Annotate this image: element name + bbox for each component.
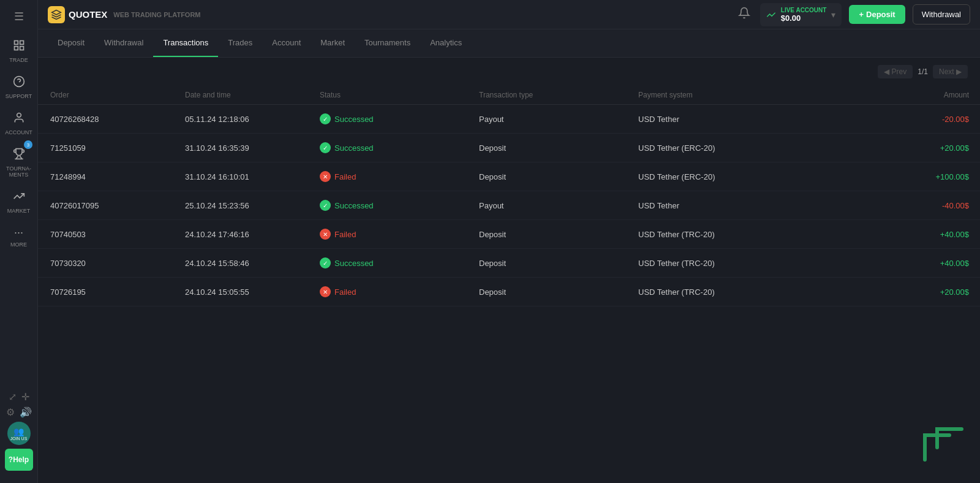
status-badge: ✕ Failed <box>320 286 356 297</box>
deposit-button[interactable]: + Deposit <box>849 5 905 24</box>
support-icon <box>13 75 25 91</box>
cell-amount: +20.00$ <box>871 143 969 153</box>
logo-icon <box>48 6 65 23</box>
status-icon: ✓ <box>320 200 331 211</box>
account-type: LIVE ACCOUNT <box>781 7 827 13</box>
add-icon[interactable]: ✛ <box>21 391 29 403</box>
status-icon: ✕ <box>320 171 331 182</box>
help-label: Help <box>13 455 29 464</box>
next-button[interactable]: Next ▶ <box>933 65 968 78</box>
status-icon: ✓ <box>320 113 331 124</box>
sidebar-item-market[interactable]: MARKET <box>0 184 37 220</box>
notification-button[interactable] <box>736 4 753 25</box>
svg-rect-0 <box>14 41 18 45</box>
table-row: 40726017095 25.10.24 15:23:56 ✓ Successe… <box>38 191 980 220</box>
table-row: 71248994 31.10.24 16:10:01 ✕ Failed Depo… <box>38 162 980 191</box>
cell-amount: -20.00$ <box>871 115 969 124</box>
table-row: 40726268428 05.11.24 12:18:06 ✓ Successe… <box>38 105 980 134</box>
tab-deposit[interactable]: Deposit <box>48 29 94 57</box>
market-icon <box>13 190 25 205</box>
status-badge: ✓ Successed <box>320 142 374 153</box>
cell-transaction-type: Payout <box>479 201 638 210</box>
tab-account[interactable]: Account <box>262 29 311 57</box>
cell-datetime: 05.11.24 12:18:06 <box>185 115 320 124</box>
cell-status: ✓ Successed <box>320 113 479 124</box>
transactions-table: Order Date and time Status Transaction t… <box>38 86 980 306</box>
help-icon: ? <box>9 455 13 464</box>
table-body: 40726268428 05.11.24 12:18:06 ✓ Successe… <box>38 105 980 306</box>
prev-button[interactable]: ◀ Prev <box>878 65 913 78</box>
status-badge: ✓ Successed <box>320 113 374 124</box>
svg-rect-2 <box>20 47 23 50</box>
next-label: Next <box>939 67 954 76</box>
cell-amount: +40.00$ <box>871 259 969 268</box>
logo: QUOTEX WEB TRADING PLATFORM <box>48 6 201 23</box>
settings-icon[interactable]: ⚙ <box>6 406 15 418</box>
col-amount: Amount <box>871 91 969 99</box>
tab-withdrawal[interactable]: Withdrawal <box>94 29 153 57</box>
sound-icon[interactable]: 🔊 <box>20 406 32 418</box>
cell-datetime: 24.10.24 15:05:55 <box>185 287 320 297</box>
sidebar-item-support[interactable]: SUPPORT <box>0 69 37 105</box>
cell-order: 40726017095 <box>50 201 185 210</box>
sidebar-item-label-trade: TRADE <box>9 57 28 63</box>
status-badge: ✕ Failed <box>320 171 356 182</box>
status-icon: ✕ <box>320 286 331 297</box>
brand-name: QUOTEX <box>69 9 107 20</box>
cell-datetime: 24.10.24 17:46:16 <box>185 230 320 239</box>
amount-value: +40.00$ <box>940 230 969 239</box>
tab-market[interactable]: Market <box>311 29 355 57</box>
sidebar-settings: ⚙ 🔊 <box>6 406 32 418</box>
svg-rect-3 <box>14 47 18 50</box>
sidebar-item-trade[interactable]: TRADE <box>0 33 37 69</box>
tab-trades[interactable]: Trades <box>218 29 262 57</box>
withdrawal-label: Withdrawal <box>922 10 961 19</box>
join-us-button[interactable]: 👥 JOIN US <box>7 422 31 445</box>
account-icon <box>13 112 25 127</box>
cell-order: 40726268428 <box>50 115 185 124</box>
withdrawal-button[interactable]: Withdrawal <box>913 4 970 25</box>
trade-icon <box>13 39 25 55</box>
deposit-label: Deposit <box>866 10 895 19</box>
menu-button[interactable]: ☰ <box>9 5 29 28</box>
cell-datetime: 24.10.24 15:58:46 <box>185 259 320 268</box>
sidebar: ☰ TRADE SUPPORT ACCOUNT 3 TOURNA-MENTS M… <box>0 0 38 483</box>
tab-analytics[interactable]: Analytics <box>420 29 472 57</box>
sidebar-item-label-more: MORE <box>10 242 27 248</box>
col-transaction-type: Transaction type <box>479 91 638 99</box>
tab-tournaments[interactable]: Tournaments <box>355 29 420 57</box>
sidebar-item-tournaments[interactable]: 3 TOURNA-MENTS <box>0 142 37 184</box>
content-area: ◀ Prev 1/1 Next ▶ Order Date and time St… <box>38 58 980 483</box>
cell-payment-system: USD Tether <box>638 115 871 124</box>
main-content: QUOTEX WEB TRADING PLATFORM LIVE ACCOUNT… <box>38 0 980 483</box>
cell-order: 70740503 <box>50 230 185 239</box>
sidebar-item-more[interactable]: ··· MORE <box>0 220 37 254</box>
prev-label: Prev <box>892 67 907 76</box>
tab-transactions[interactable]: Transactions <box>153 29 218 57</box>
col-datetime: Date and time <box>185 91 320 99</box>
cell-status: ✕ Failed <box>320 229 479 240</box>
expand-icon[interactable]: ⤢ <box>9 391 17 403</box>
cell-datetime: 25.10.24 15:23:56 <box>185 201 320 210</box>
sidebar-item-account[interactable]: ACCOUNT <box>0 105 37 142</box>
join-us-label: JOIN US <box>10 436 28 441</box>
header: QUOTEX WEB TRADING PLATFORM LIVE ACCOUNT… <box>38 0 980 29</box>
cell-payment-system: USD Tether (TRC-20) <box>638 287 871 297</box>
sidebar-item-label-account: ACCOUNT <box>5 129 32 135</box>
svg-point-6 <box>17 113 21 118</box>
status-badge: ✓ Successed <box>320 200 374 211</box>
cell-amount: +20.00$ <box>871 287 969 297</box>
account-details: LIVE ACCOUNT $0.00 <box>781 7 827 23</box>
cell-payment-system: USD Tether (TRC-20) <box>638 259 871 268</box>
prev-icon: ◀ <box>884 67 889 76</box>
amount-value: +20.00$ <box>940 143 969 153</box>
cell-amount: -40.00$ <box>871 201 969 210</box>
account-selector[interactable]: LIVE ACCOUNT $0.00 ▾ <box>760 3 842 26</box>
help-button[interactable]: ? Help <box>5 449 33 471</box>
sidebar-item-label-market: MARKET <box>7 208 31 214</box>
cell-datetime: 31.10.24 16:35:39 <box>185 143 320 153</box>
amount-value: +40.00$ <box>940 259 969 268</box>
page-info: 1/1 <box>918 67 928 76</box>
status-icon: ✓ <box>320 257 331 268</box>
amount-value: -20.00$ <box>942 115 969 124</box>
